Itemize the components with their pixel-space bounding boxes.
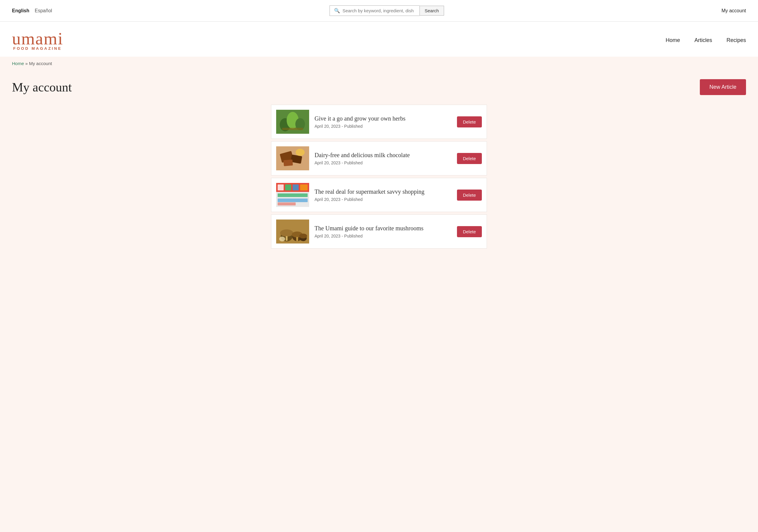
delete-button[interactable]: Delete [457, 153, 482, 164]
breadcrumb: Home » My account [0, 57, 758, 70]
article-thumbnail [276, 146, 309, 170]
article-title[interactable]: Dairy-free and delicious milk chocolate [315, 152, 452, 159]
top-bar: English Español 🔍 Search My account [0, 0, 758, 21]
article-title[interactable]: The real deal for supermarket savvy shop… [315, 188, 452, 195]
article-title[interactable]: Give it a go and grow your own herbs [315, 115, 452, 122]
nav-articles[interactable]: Articles [694, 37, 712, 44]
article-thumbnail [276, 110, 309, 134]
page-header: My account New Article [12, 79, 746, 95]
supermarket-thumb-img [276, 183, 309, 207]
breadcrumb-separator: » [25, 61, 29, 66]
svg-rect-18 [278, 202, 296, 205]
delete-button[interactable]: Delete [457, 116, 482, 127]
page-title: My account [12, 80, 72, 94]
logo-text: umami [12, 30, 63, 47]
article-meta: April 20, 2023 - Published [315, 233, 452, 238]
svg-point-9 [296, 149, 305, 156]
nav-home[interactable]: Home [666, 37, 680, 44]
article-meta: April 20, 2023 - Published [315, 160, 452, 165]
svg-rect-14 [293, 184, 299, 191]
article-item: The Umami guide to our favorite mushroom… [271, 214, 487, 249]
svg-rect-4 [282, 128, 303, 130]
svg-point-21 [280, 230, 293, 237]
svg-rect-13 [285, 184, 291, 191]
language-switcher: English Español [12, 8, 52, 14]
svg-rect-12 [278, 184, 284, 191]
logo-subtitle: FOOD MAGAZINE [12, 46, 63, 51]
svg-point-27 [299, 233, 307, 238]
article-title[interactable]: The Umami guide to our favorite mushroom… [315, 225, 452, 232]
site-header: umami FOOD MAGAZINE Home Articles Recipe… [0, 21, 758, 57]
svg-rect-22 [286, 236, 288, 241]
lang-english[interactable]: English [12, 8, 29, 14]
svg-rect-16 [278, 194, 308, 197]
svg-point-28 [279, 237, 285, 241]
search-button[interactable]: Search [420, 6, 444, 16]
logo[interactable]: umami FOOD MAGAZINE [12, 30, 63, 51]
article-info: The Umami guide to our favorite mushroom… [315, 225, 452, 238]
main-nav: Home Articles Recipes [666, 37, 746, 44]
breadcrumb-home[interactable]: Home [12, 61, 24, 66]
my-account-link[interactable]: My account [721, 8, 746, 14]
article-info: Dairy-free and delicious milk chocolate … [315, 152, 452, 165]
page-content: My account New Article Give it a go and … [0, 70, 758, 532]
article-thumbnail [276, 220, 309, 243]
herb-thumb-img [276, 110, 309, 134]
choc-thumb-img [276, 146, 309, 170]
new-article-button[interactable]: New Article [700, 79, 746, 95]
article-item: Dairy-free and delicious milk chocolate … [271, 141, 487, 175]
delete-button[interactable]: Delete [457, 190, 482, 201]
search-box: 🔍 [329, 5, 420, 16]
lang-espanol[interactable]: Español [35, 8, 52, 14]
search-area: 🔍 Search [329, 5, 444, 16]
article-item: Give it a go and grow your own herbs Apr… [271, 105, 487, 139]
svg-rect-8 [283, 160, 293, 166]
nav-recipes[interactable]: Recipes [727, 37, 746, 44]
delete-button[interactable]: Delete [457, 226, 482, 237]
article-meta: April 20, 2023 - Published [315, 197, 452, 202]
search-input[interactable] [342, 8, 415, 13]
article-info: The real deal for supermarket savvy shop… [315, 188, 452, 202]
articles-list: Give it a go and grow your own herbs Apr… [271, 105, 487, 251]
search-icon: 🔍 [334, 8, 340, 14]
article-item: The real deal for supermarket savvy shop… [271, 178, 487, 212]
article-thumbnail [276, 183, 309, 207]
mushroom-thumb-img [276, 220, 309, 243]
article-info: Give it a go and grow your own herbs Apr… [315, 115, 452, 129]
svg-rect-25 [296, 237, 298, 241]
article-meta: April 20, 2023 - Published [315, 124, 452, 129]
svg-rect-17 [278, 198, 308, 202]
svg-rect-15 [300, 184, 308, 191]
breadcrumb-current: My account [29, 61, 52, 66]
